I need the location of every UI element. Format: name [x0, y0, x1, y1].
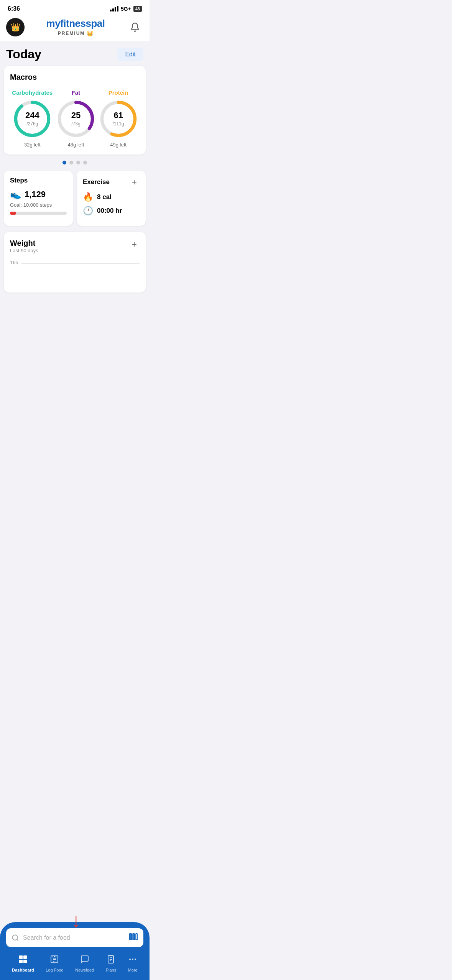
- dot-2[interactable]: [69, 161, 73, 164]
- exercise-duration: 00:00 hr: [97, 207, 122, 215]
- pagination-dots: [0, 161, 150, 164]
- steps-title: Steps: [10, 177, 28, 184]
- macro-fat[interactable]: Fat 25 /73g 48g left: [57, 89, 95, 148]
- dot-4[interactable]: [83, 161, 87, 164]
- protein-label: Protein: [108, 89, 128, 96]
- logo-area: myfitnesspal PREMIUM 👑: [25, 18, 127, 36]
- steps-card: Steps 👟 1,129 Goal: 10,000 steps: [4, 171, 73, 226]
- exercise-add-button[interactable]: +: [129, 177, 140, 187]
- carbs-center: 244 /276g: [25, 111, 39, 127]
- avatar-inner: 👑: [6, 18, 25, 36]
- macros-row: Carbohydrates 244 /276g 32g left Fat: [10, 89, 140, 148]
- dot-3[interactable]: [76, 161, 80, 164]
- steps-count: 1,129: [25, 189, 46, 199]
- protein-donut: 61 /111g: [99, 100, 138, 138]
- crown-icon: 👑: [87, 30, 93, 36]
- battery-badge: 48: [133, 6, 142, 12]
- steps-progress-bg: [10, 212, 67, 215]
- carbs-donut: 244 /276g: [13, 100, 51, 138]
- protein-left: 49g left: [110, 142, 127, 148]
- steps-goal: Goal: 10,000 steps: [10, 202, 67, 208]
- fat-goal: /73g: [71, 121, 80, 127]
- header: 👑 myfitnesspal PREMIUM 👑: [0, 15, 150, 41]
- weight-header: Weight Last 90 days +: [10, 239, 140, 258]
- avatar[interactable]: 👑: [6, 18, 25, 36]
- premium-row: PREMIUM 👑: [25, 30, 127, 36]
- exercise-title-row: Exercise +: [83, 177, 140, 187]
- steps-exercise-row: Steps 👟 1,129 Goal: 10,000 steps Exercis…: [4, 171, 146, 226]
- fat-value: 25: [71, 111, 81, 120]
- status-time: 6:36: [8, 5, 20, 12]
- exercise-cal-row: 🔥 8 cal: [83, 192, 140, 202]
- page-content: Today Edit Macros Carbohydrates 244 /276…: [0, 41, 150, 360]
- today-header: Today Edit: [0, 41, 150, 66]
- weight-title: Weight: [10, 239, 38, 248]
- edit-button[interactable]: Edit: [117, 48, 143, 61]
- clock-icon: 🕐: [83, 206, 93, 216]
- network-label: 5G+: [121, 6, 131, 12]
- fat-left: 48g left: [68, 142, 84, 148]
- weight-title-area: Weight Last 90 days: [10, 239, 38, 258]
- steps-title-row: Steps: [10, 177, 67, 184]
- status-bar: 6:36 5G+ 48: [0, 0, 150, 15]
- protein-center: 61 /111g: [113, 111, 124, 127]
- signal-icon: [110, 6, 118, 12]
- steps-progress-fill: [10, 212, 16, 215]
- macros-title: Macros: [10, 73, 140, 82]
- logo-text: myfitnesspal: [25, 18, 127, 30]
- macro-protein[interactable]: Protein 61 /111g 49g left: [99, 89, 138, 148]
- weight-add-button[interactable]: +: [129, 239, 140, 250]
- macros-card: Macros Carbohydrates 244 /276g 32g left: [4, 66, 146, 155]
- carbs-left: 32g left: [24, 142, 41, 148]
- exercise-calories: 8 cal: [97, 193, 112, 201]
- today-title: Today: [6, 47, 41, 61]
- exercise-time-row: 🕐 00:00 hr: [83, 206, 140, 216]
- fat-donut: 25 /73g: [57, 100, 95, 138]
- carbs-value: 244: [25, 111, 39, 120]
- chart-y-label: 165: [10, 260, 18, 265]
- macro-carbs[interactable]: Carbohydrates 244 /276g 32g left: [12, 89, 53, 148]
- flame-icon: 🔥: [83, 192, 93, 202]
- steps-row: 👟 1,129: [10, 189, 67, 200]
- exercise-card: Exercise + 🔥 8 cal 🕐 00:00 hr: [77, 171, 146, 226]
- steps-icon: 👟: [10, 189, 21, 200]
- notification-bell[interactable]: [127, 19, 143, 36]
- carbs-label: Carbohydrates: [12, 89, 53, 96]
- weight-card: Weight Last 90 days + 165: [4, 232, 146, 293]
- dot-1[interactable]: [62, 161, 66, 164]
- fat-label: Fat: [72, 89, 81, 96]
- protein-goal: /111g: [113, 121, 124, 127]
- fat-center: 25 /73g: [71, 111, 81, 127]
- protein-value: 61: [113, 111, 124, 120]
- weight-subtitle: Last 90 days: [10, 248, 38, 253]
- carbs-goal: /276g: [26, 121, 38, 127]
- weight-chart: 165: [10, 260, 140, 286]
- exercise-title: Exercise: [83, 178, 110, 186]
- status-right: 5G+ 48: [110, 6, 142, 12]
- chart-line: [21, 263, 140, 264]
- premium-label: PREMIUM: [58, 31, 85, 36]
